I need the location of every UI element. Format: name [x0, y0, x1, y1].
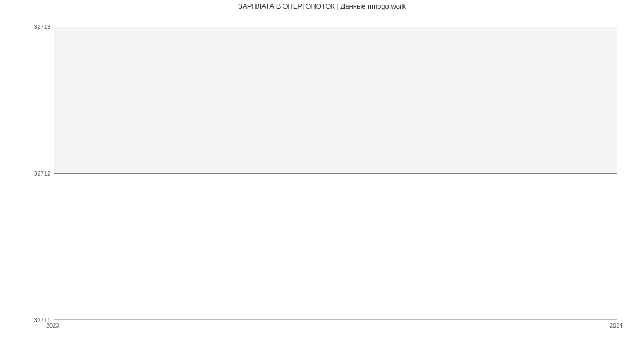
x-axis-line [54, 319, 617, 320]
y-axis-line [54, 27, 54, 320]
x-tick-label: 2023 [46, 322, 59, 329]
chart-container: ЗАРПЛАТА В ЭНЕРГОПОТОК | Данные mnogo.wo… [0, 0, 644, 349]
x-tick-label: 2024 [610, 322, 623, 329]
y-tick-label: 32713 [34, 24, 50, 30]
y-tick-label: 32712 [34, 170, 50, 177]
plot-area [54, 27, 617, 320]
chart-title: ЗАРПЛАТА В ЭНЕРГОПОТОК | Данные mnogo.wo… [0, 2, 644, 10]
data-series-line [54, 173, 617, 174]
shaded-band [54, 27, 617, 173]
